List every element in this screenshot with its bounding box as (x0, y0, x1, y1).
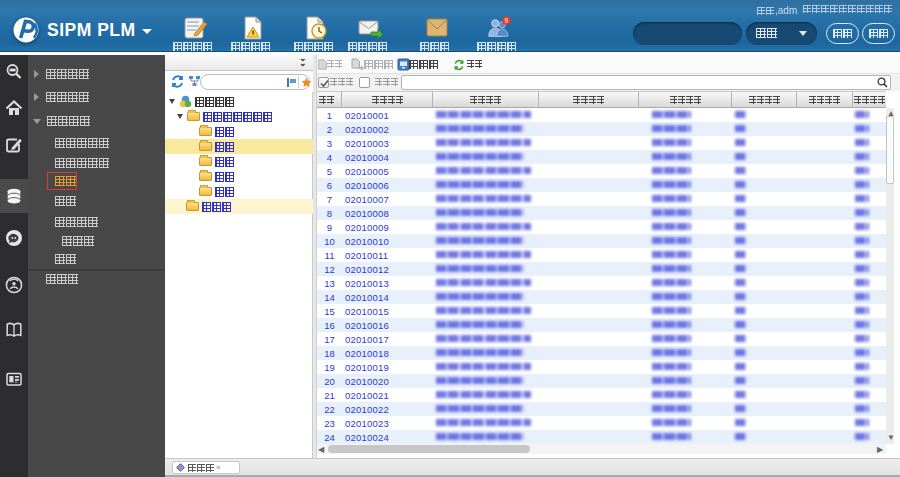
svg-text:9: 9 (505, 17, 509, 24)
